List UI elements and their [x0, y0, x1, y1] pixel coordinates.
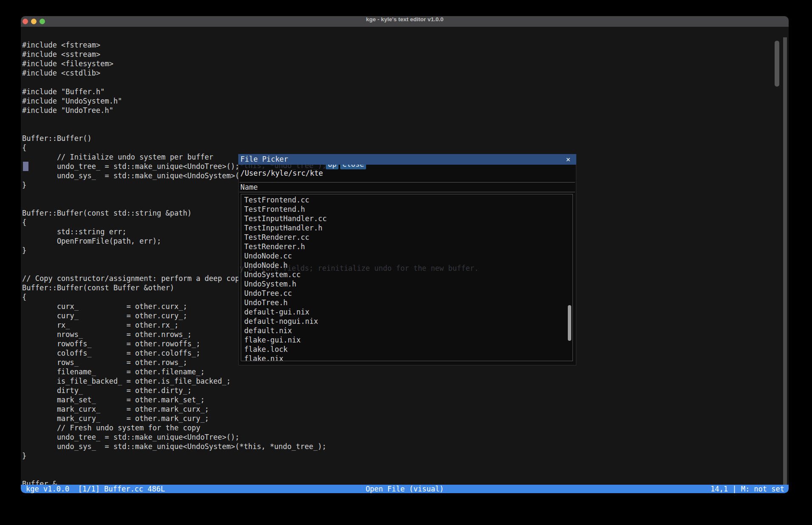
file-list-item[interactable]: flake.nix: [241, 354, 572, 361]
file-picker-dialog: *this, *undo_tree_); y of core fields; r…: [238, 154, 576, 365]
divider: [240, 182, 575, 182]
file-list-item[interactable]: TestFrontend.h: [241, 205, 572, 214]
status-file-info: kge v1.0.0 [1/1] Buffer.cc 486L: [26, 485, 165, 493]
editor-scrollbar-track[interactable]: [783, 37, 787, 485]
file-list-item[interactable]: TestInputHandler.cc: [241, 214, 572, 223]
file-list-item[interactable]: default.nix: [241, 326, 572, 335]
dialog-title: File Picker: [240, 155, 288, 163]
file-list-item[interactable]: UndoTree.cc: [241, 289, 572, 298]
file-list-item[interactable]: UndoSystem.cc: [241, 270, 572, 279]
status-cursor-position: 14,1 | M: not set: [710, 485, 784, 493]
file-list-scrollbar-thumb[interactable]: [568, 305, 571, 341]
dialog-titlebar[interactable]: File Picker ✕: [238, 154, 576, 165]
file-list-item[interactable]: default-nogui.nix: [241, 317, 572, 326]
file-list-item[interactable]: UndoTree.h: [241, 298, 572, 307]
divider: [240, 192, 575, 192]
file-list-item[interactable]: TestInputHandler.h: [241, 223, 572, 233]
editor-window: kge - kyle's text editor v1.0.0 #include…: [21, 16, 789, 493]
window-title: kge - kyle's text editor v1.0.0: [21, 16, 789, 27]
file-list-item[interactable]: TestFrontend.cc: [241, 195, 572, 205]
file-list-item[interactable]: flake-gui.nix: [241, 335, 572, 345]
file-list-item[interactable]: UndoNode.cc: [241, 251, 572, 261]
path-row: /Users/kyle/src/kte: [239, 165, 576, 181]
status-bar: Open File (visual) kge v1.0.0 [1/1] Buff…: [21, 485, 789, 493]
file-list-item[interactable]: UndoSystem.h: [241, 279, 572, 289]
desktop-background: kge - kyle's text editor v1.0.0 #include…: [0, 0, 812, 525]
file-list-item[interactable]: flake.lock: [241, 345, 572, 354]
text-cursor-block: [23, 162, 28, 171]
window-titlebar[interactable]: kge - kyle's text editor v1.0.0: [21, 16, 789, 27]
current-path: /Users/kyle/src/kte: [240, 165, 323, 181]
file-list-item[interactable]: TestRenderer.h: [241, 242, 572, 251]
file-list: TestFrontend.ccTestFrontend.hTestInputHa…: [241, 194, 573, 361]
dialog-close-icon[interactable]: ✕: [566, 154, 570, 165]
file-list-item[interactable]: TestRenderer.cc: [241, 233, 572, 242]
column-header-name: Name: [240, 182, 258, 192]
editor-scrollbar-thumb[interactable]: [775, 41, 779, 87]
file-list-item[interactable]: UndoNode.h: [241, 261, 572, 270]
file-list-item[interactable]: default-gui.nix: [241, 307, 572, 317]
